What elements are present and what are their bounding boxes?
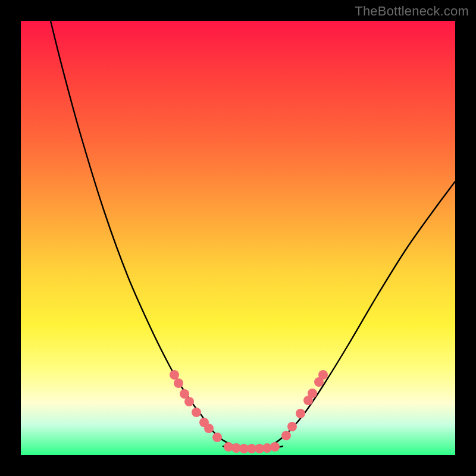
data-marker bbox=[184, 397, 194, 406]
data-marker bbox=[308, 389, 317, 398]
data-marker bbox=[204, 424, 214, 433]
data-marker bbox=[170, 370, 179, 380]
data-marker bbox=[212, 433, 222, 442]
data-marker bbox=[192, 408, 201, 417]
curve-group bbox=[51, 21, 455, 449]
marker-group bbox=[170, 370, 328, 453]
curve-left-curve bbox=[51, 21, 235, 446]
data-marker bbox=[318, 370, 328, 380]
data-marker bbox=[174, 378, 183, 388]
data-marker bbox=[296, 409, 305, 418]
chart-frame: TheBottleneck.com bbox=[0, 0, 476, 476]
plot-area bbox=[21, 21, 455, 455]
curve-right-curve bbox=[271, 181, 455, 446]
data-marker bbox=[287, 422, 297, 431]
chart-svg bbox=[21, 21, 455, 455]
data-marker bbox=[281, 431, 291, 440]
watermark-label: TheBottleneck.com bbox=[355, 4, 469, 19]
data-marker bbox=[270, 442, 280, 452]
